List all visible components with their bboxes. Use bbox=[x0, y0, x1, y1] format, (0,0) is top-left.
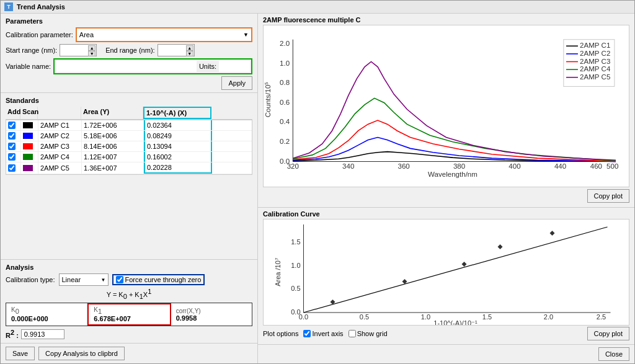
col-scan: Scan bbox=[20, 107, 38, 119]
show-grid-label: Show grid bbox=[357, 330, 388, 337]
svg-text:0.5: 0.5 bbox=[291, 285, 300, 292]
force-zero-label: Force curve through zero bbox=[125, 276, 202, 283]
close-button[interactable]: Close bbox=[598, 347, 629, 361]
row-checkbox-cell bbox=[6, 162, 21, 174]
svg-text:Counts/10⁵: Counts/10⁵ bbox=[264, 82, 272, 118]
end-range-spinners[interactable]: ▲ ▼ bbox=[186, 45, 193, 56]
row-name-cell: 2AMP C2 bbox=[38, 131, 82, 141]
end-range-down[interactable]: ▼ bbox=[186, 51, 193, 56]
row-name-cell: 2AMP C1 bbox=[38, 120, 82, 130]
fluorescence-title: 2AMP fluorescence multiple C bbox=[263, 16, 629, 24]
row-color-cell bbox=[21, 141, 38, 151]
table-row: 2AMP C2 5.18E+006 0.08249 bbox=[6, 131, 252, 141]
fluorescence-chart: 0.0 0.2 0.4 0.6 0.8 1.0 2.0 320 340 360 … bbox=[264, 25, 629, 187]
table-row: 2AMP C4 1.12E+007 0.16002 bbox=[6, 152, 252, 162]
row-color-cell bbox=[21, 162, 38, 174]
svg-text:360: 360 bbox=[398, 162, 410, 170]
row-checkbox[interactable] bbox=[8, 122, 16, 129]
corr-value: 0.9958 bbox=[176, 314, 197, 322]
svg-text:Area /10⁷: Area /10⁷ bbox=[274, 258, 282, 286]
copy-plot-button-1[interactable]: Copy plot bbox=[587, 189, 629, 203]
table-row: 2AMP C3 8.14E+006 0.13094 bbox=[6, 141, 252, 152]
row-x-cell: 0.20228 bbox=[144, 162, 212, 174]
svg-text:0.6: 0.6 bbox=[280, 99, 290, 106]
copy-plot-row-1: Copy plot bbox=[263, 187, 629, 205]
end-range-label: End range (nm): bbox=[105, 47, 154, 54]
left-panel: Parameters Calibration parameter: Area S… bbox=[1, 14, 258, 363]
row-checkbox-cell bbox=[6, 152, 21, 162]
start-range-up[interactable]: ▲ bbox=[88, 45, 95, 51]
invert-axis-checkbox[interactable] bbox=[303, 330, 311, 337]
svg-text:380: 380 bbox=[453, 162, 465, 170]
color-swatch bbox=[23, 165, 33, 171]
table-row: 2AMP C5 1.36E+007 0.20228 bbox=[6, 162, 252, 174]
row-color-cell bbox=[21, 131, 38, 141]
svg-text:1.5: 1.5 bbox=[482, 313, 492, 321]
calibration-section: Calibration Curve 0.0 0.5 1.0 1.5 Area /… bbox=[258, 208, 634, 344]
row-area-cell: 1.36E+007 bbox=[82, 162, 144, 174]
corr-cell: corr(X,Y) 0.9958 bbox=[171, 303, 252, 326]
svg-text:1.0: 1.0 bbox=[291, 262, 300, 269]
calibration-param-dropdown[interactable]: Area bbox=[76, 27, 252, 42]
end-range-input[interactable]: 500.00 bbox=[159, 47, 187, 54]
force-zero-checkbox[interactable] bbox=[116, 276, 123, 283]
parameters-section: Parameters Calibration parameter: Area S… bbox=[1, 14, 257, 93]
svg-text:2AMP C2: 2AMP C2 bbox=[580, 50, 610, 57]
calib-param-label: Calibration parameter: bbox=[6, 31, 73, 38]
standards-table: Add Scan Area (Y) 1-10^(-A) (X) 2AMP C1 … bbox=[6, 107, 252, 255]
col-x: 1-10^(-A) (X) bbox=[143, 107, 211, 119]
row-checkbox-cell bbox=[6, 141, 21, 151]
r2-row: R2 : 0.9913 bbox=[6, 329, 252, 339]
apply-button[interactable]: Apply bbox=[221, 76, 252, 90]
svg-text:2.5: 2.5 bbox=[597, 313, 606, 321]
table-row: 2AMP C1 1.72E+006 0.02364 bbox=[6, 120, 252, 131]
coefficients-box: K0 0.000E+000 K1 6.678E+007 corr(X,Y) 0.… bbox=[6, 303, 252, 326]
row-x-cell: 0.02364 bbox=[144, 120, 212, 130]
svg-text:0.0: 0.0 bbox=[299, 313, 308, 321]
variable-name-input[interactable]: 1-10^(-A) bbox=[56, 61, 197, 72]
corr-label: corr(X,Y) bbox=[176, 308, 201, 314]
window-title: Trend Analysis bbox=[17, 3, 65, 11]
row-checkbox[interactable] bbox=[8, 132, 16, 140]
color-swatch bbox=[23, 154, 33, 160]
svg-text:1.0: 1.0 bbox=[280, 60, 290, 67]
row-checkbox[interactable] bbox=[8, 164, 16, 172]
start-range-spinners[interactable]: ▲ ▼ bbox=[88, 45, 95, 56]
svg-text:2AMP C3: 2AMP C3 bbox=[580, 58, 610, 65]
row-checkbox[interactable] bbox=[8, 143, 16, 150]
calib-type-select[interactable]: Linear bbox=[60, 274, 108, 285]
calib-type-label: Calibration type: bbox=[6, 276, 55, 283]
point-c5 bbox=[550, 231, 555, 236]
svg-text:0.8: 0.8 bbox=[280, 79, 290, 86]
row-name-cell: 2AMP C5 bbox=[38, 162, 82, 174]
end-range-up[interactable]: ▲ bbox=[186, 45, 193, 51]
svg-text:2.0: 2.0 bbox=[544, 313, 553, 321]
row-area-cell: 1.72E+006 bbox=[82, 120, 144, 130]
analysis-title: Analysis bbox=[6, 264, 252, 271]
start-range-down[interactable]: ▼ bbox=[88, 51, 95, 56]
show-grid-checkbox[interactable] bbox=[349, 330, 356, 337]
svg-text:Wavelength/nm: Wavelength/nm bbox=[428, 171, 477, 178]
row-x-cell: 0.16002 bbox=[144, 152, 212, 162]
copy-plot-button-2[interactable]: Copy plot bbox=[587, 327, 629, 340]
right-panel: 2AMP fluorescence multiple C 0.0 0.2 0.4… bbox=[258, 14, 634, 363]
calibration-chart: 0.0 0.5 1.0 1.5 Area /10⁷ 0.0 0.5 1.0 1.… bbox=[264, 220, 629, 325]
point-c3 bbox=[462, 262, 467, 267]
table-body: 2AMP C1 1.72E+006 0.02364 2AMP C2 5.18E+… bbox=[6, 120, 252, 175]
row-checkbox-cell bbox=[6, 120, 21, 130]
save-button[interactable]: Save bbox=[6, 347, 35, 360]
units-input[interactable] bbox=[219, 61, 250, 72]
svg-line-44 bbox=[304, 227, 608, 313]
invert-axis-container: Invert axis bbox=[303, 330, 343, 337]
color-swatch bbox=[23, 122, 33, 128]
row-area-cell: 8.14E+006 bbox=[82, 141, 144, 151]
units-label: Units: bbox=[199, 63, 216, 70]
calib-type-dropdown[interactable]: Linear bbox=[59, 273, 109, 286]
row-checkbox[interactable] bbox=[8, 153, 16, 161]
plot-options-row: Plot options Invert axis Show grid Copy … bbox=[263, 326, 629, 342]
start-range-input[interactable]: 320.00 bbox=[61, 47, 89, 54]
calib-select[interactable]: Area bbox=[77, 29, 251, 41]
plot-options-label: Plot options bbox=[263, 330, 298, 337]
copy-analysis-button[interactable]: Copy Analysis to clipbrd bbox=[38, 347, 125, 360]
table-header: Add Scan Area (Y) 1-10^(-A) (X) bbox=[6, 107, 252, 120]
